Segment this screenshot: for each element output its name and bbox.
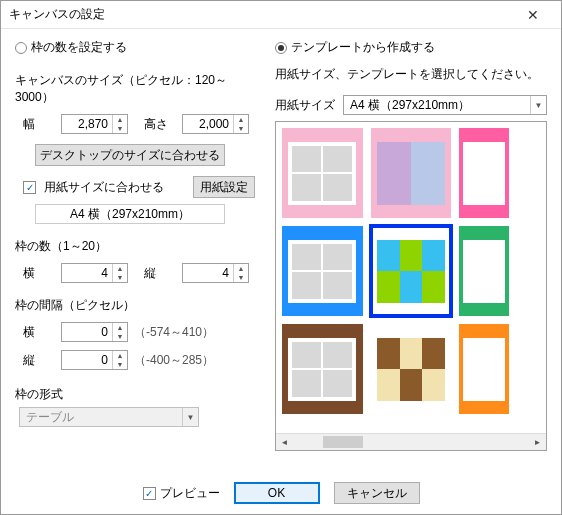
chevron-down-icon[interactable]: ▼ <box>113 124 127 133</box>
template-item[interactable] <box>282 128 363 218</box>
right-panel: テンプレートから作成する 用紙サイズ、テンプレートを選択してください。 用紙サイ… <box>275 39 547 451</box>
template-item[interactable] <box>371 128 452 218</box>
scrollbar-thumb[interactable] <box>323 436 363 448</box>
left-panel: 枠の数を設定する キャンバスのサイズ（ピクセル：120～3000） 幅 ▲▼ 高… <box>15 39 255 451</box>
desktop-size-button[interactable]: デスクトップのサイズに合わせる <box>35 144 225 166</box>
template-item[interactable] <box>282 226 363 316</box>
width-label: 幅 <box>23 116 55 133</box>
preview-checkbox[interactable] <box>143 487 156 500</box>
radio-icon <box>275 42 287 54</box>
chevron-right-icon[interactable]: ► <box>529 434 546 450</box>
cancel-button[interactable]: キャンセル <box>334 482 420 504</box>
spacing-title: 枠の間隔（ピクセル） <box>15 297 255 314</box>
spacing-v-range: （-400～285） <box>134 352 214 369</box>
chevron-up-icon[interactable]: ▲ <box>113 264 127 273</box>
spacing-h-input[interactable] <box>62 323 112 341</box>
chevron-down-icon: ▼ <box>530 96 546 114</box>
radio-frames-label: 枠の数を設定する <box>31 39 127 56</box>
frame-count-title: 枠の数（1～20） <box>15 238 255 255</box>
frames-v-spinner[interactable]: ▲▼ <box>182 263 249 283</box>
chevron-up-icon[interactable]: ▲ <box>113 115 127 124</box>
height-input[interactable] <box>183 115 233 133</box>
chevron-down-icon[interactable]: ▼ <box>113 360 127 369</box>
preview-label: プレビュー <box>160 485 220 502</box>
fit-paper-checkbox[interactable] <box>23 181 36 194</box>
fit-paper-label: 用紙サイズに合わせる <box>44 179 164 196</box>
template-item[interactable] <box>371 324 452 414</box>
radio-icon <box>15 42 27 54</box>
width-input[interactable] <box>62 115 112 133</box>
canvas-size-title: キャンバスのサイズ（ピクセル：120～3000） <box>15 72 255 106</box>
frames-h-input[interactable] <box>62 264 112 282</box>
template-item[interactable] <box>282 324 363 414</box>
template-instruction: 用紙サイズ、テンプレートを選択してください。 <box>275 66 547 83</box>
chevron-up-icon[interactable]: ▲ <box>234 115 248 124</box>
chevron-down-icon[interactable]: ▼ <box>234 273 248 282</box>
paper-settings-button[interactable]: 用紙設定 <box>193 176 255 198</box>
paper-display: A4 横（297x210mm） <box>35 204 225 224</box>
radio-template[interactable]: テンプレートから作成する <box>275 39 547 56</box>
chevron-down-icon[interactable]: ▼ <box>234 124 248 133</box>
ok-button[interactable]: OK <box>234 482 320 504</box>
paper-size-select[interactable]: A4 横（297x210mm） ▼ <box>343 95 547 115</box>
height-label: 高さ <box>144 116 176 133</box>
frames-v-input[interactable] <box>183 264 233 282</box>
spacing-v-label: 縦 <box>23 352 55 369</box>
frame-style-select[interactable]: テーブル ▼ <box>19 407 199 427</box>
frames-h-spinner[interactable]: ▲▼ <box>61 263 128 283</box>
radio-template-label: テンプレートから作成する <box>291 39 435 56</box>
template-item[interactable] <box>459 128 509 218</box>
chevron-down-icon[interactable]: ▼ <box>113 273 127 282</box>
radio-frames[interactable]: 枠の数を設定する <box>15 39 255 56</box>
window-title: キャンバスの設定 <box>9 6 513 23</box>
chevron-down-icon: ▼ <box>182 408 198 426</box>
horizontal-scrollbar[interactable]: ◄ ► <box>276 433 546 450</box>
footer: プレビュー OK キャンセル <box>1 482 561 504</box>
spacing-v-spinner[interactable]: ▲▼ <box>61 350 128 370</box>
spacing-h-range: （-574～410） <box>134 324 214 341</box>
spacing-v-input[interactable] <box>62 351 112 369</box>
spacing-h-label: 横 <box>23 324 55 341</box>
height-spinner[interactable]: ▲▼ <box>182 114 249 134</box>
frames-v-label: 縦 <box>144 265 176 282</box>
paper-size-label: 用紙サイズ <box>275 97 335 114</box>
spacing-h-spinner[interactable]: ▲▼ <box>61 322 128 342</box>
frames-h-label: 横 <box>23 265 55 282</box>
chevron-left-icon[interactable]: ◄ <box>276 434 293 450</box>
template-item[interactable] <box>459 226 509 316</box>
frame-style-title: 枠の形式 <box>15 386 255 403</box>
chevron-up-icon[interactable]: ▲ <box>113 323 127 332</box>
width-spinner[interactable]: ▲▼ <box>61 114 128 134</box>
close-icon[interactable]: ✕ <box>513 1 553 29</box>
title-bar: キャンバスの設定 ✕ <box>1 1 561 29</box>
chevron-up-icon[interactable]: ▲ <box>113 351 127 360</box>
chevron-down-icon[interactable]: ▼ <box>113 332 127 341</box>
template-grid: ◄ ► <box>275 121 547 451</box>
template-item[interactable] <box>371 226 452 316</box>
template-item[interactable] <box>459 324 509 414</box>
chevron-up-icon[interactable]: ▲ <box>234 264 248 273</box>
